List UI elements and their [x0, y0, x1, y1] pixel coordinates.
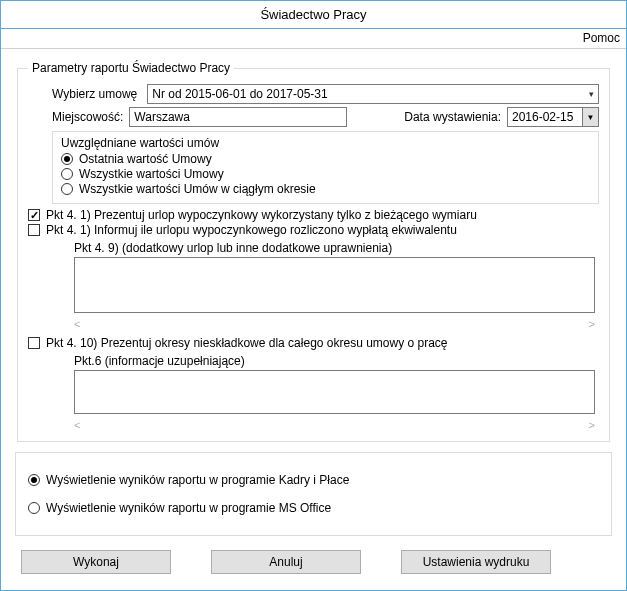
report-params-group: Parametry raportu Świadectwo Pracy Wybie… [17, 61, 610, 442]
help-link[interactable]: Pomoc [583, 31, 620, 48]
radio-output-msoffice[interactable]: Wyświetlenie wyników raportu w programie… [28, 501, 599, 515]
radio-output-kadry[interactable]: Wyświetlenie wyników raportu w programie… [28, 473, 599, 487]
check-pkt4-1b[interactable]: Pkt 4. 1) Informuj ile urlopu wypoczynko… [28, 223, 599, 237]
pkt6-hscroll: < > [74, 419, 595, 431]
check-pkt4-10[interactable]: Pkt 4. 10) Prezentuj okresy nieskładkowe… [28, 336, 599, 350]
place-input[interactable] [129, 107, 347, 127]
app-window: Świadectwo Pracy Pomoc Parametry raportu… [0, 0, 627, 591]
content-area: Parametry raportu Świadectwo Pracy Wybie… [1, 49, 626, 590]
check-pkt4-1a[interactable]: Pkt 4. 1) Prezentuj urlop wypoczynkowy w… [28, 208, 599, 222]
buttons-row: Wykonaj Anuluj Ustawienia wydruku [15, 550, 612, 574]
radio-all-values[interactable]: Wszystkie wartości Umowy [61, 167, 590, 181]
radio-icon [28, 502, 40, 514]
date-dropdown-button[interactable]: ▼ [582, 108, 598, 126]
scroll-right-icon[interactable]: > [589, 419, 595, 431]
contract-label: Wybierz umowę [52, 87, 137, 101]
pkt4-9-label: Pkt 4. 9) (dodatkowy urlop lub inne doda… [74, 241, 599, 255]
print-settings-button[interactable]: Ustawienia wydruku [401, 550, 551, 574]
execute-button[interactable]: Wykonaj [21, 550, 171, 574]
pkt6-label: Pkt.6 (informacje uzupełniające) [74, 354, 599, 368]
contract-values-group: Uwzględniane wartości umów Ostatnia wart… [52, 131, 599, 204]
pkt6-textarea[interactable] [74, 370, 595, 414]
place-label: Miejscowość: [52, 110, 123, 124]
pkt4-9-hscroll: < > [74, 318, 595, 330]
radio-icon [28, 474, 40, 486]
pkt4-9-textarea[interactable] [74, 257, 595, 313]
window-title: Świadectwo Pracy [260, 7, 366, 22]
scroll-left-icon[interactable]: < [74, 419, 80, 431]
radio-icon [61, 183, 73, 195]
date-input-wrap: ▼ [507, 107, 599, 127]
radio-icon [61, 168, 73, 180]
date-input[interactable] [508, 108, 582, 126]
check-label: Pkt 4. 1) Informuj ile urlopu wypoczynko… [46, 223, 457, 237]
contract-values-title: Uwzględniane wartości umów [61, 136, 590, 150]
radio-label: Ostatnia wartość Umowy [79, 152, 212, 166]
help-bar: Pomoc [1, 29, 626, 49]
report-params-legend: Parametry raportu Świadectwo Pracy [28, 61, 234, 75]
check-label: Pkt 4. 10) Prezentuj okresy nieskładkowe… [46, 336, 448, 350]
scroll-left-icon[interactable]: < [74, 318, 80, 330]
output-group: Wyświetlenie wyników raportu w programie… [15, 452, 612, 536]
titlebar: Świadectwo Pracy [1, 1, 626, 29]
date-label: Data wystawienia: [404, 110, 501, 124]
radio-label: Wszystkie wartości Umów w ciągłym okresi… [79, 182, 316, 196]
checkbox-icon [28, 337, 40, 349]
radio-label: Wszystkie wartości Umowy [79, 167, 224, 181]
radio-last-value[interactable]: Ostatnia wartość Umowy [61, 152, 590, 166]
chevron-down-icon: ▾ [589, 89, 594, 99]
radio-icon [61, 153, 73, 165]
radio-label: Wyświetlenie wyników raportu w programie… [46, 501, 331, 515]
contract-select[interactable]: Nr od 2015-06-01 do 2017-05-31 ▾ [147, 84, 599, 104]
check-label: Pkt 4. 1) Prezentuj urlop wypoczynkowy w… [46, 208, 477, 222]
checkbox-icon [28, 209, 40, 221]
radio-continuous-values[interactable]: Wszystkie wartości Umów w ciągłym okresi… [61, 182, 590, 196]
cancel-button[interactable]: Anuluj [211, 550, 361, 574]
scroll-right-icon[interactable]: > [589, 318, 595, 330]
radio-label: Wyświetlenie wyników raportu w programie… [46, 473, 349, 487]
contract-select-value: Nr od 2015-06-01 do 2017-05-31 [152, 87, 327, 101]
checkbox-icon [28, 224, 40, 236]
